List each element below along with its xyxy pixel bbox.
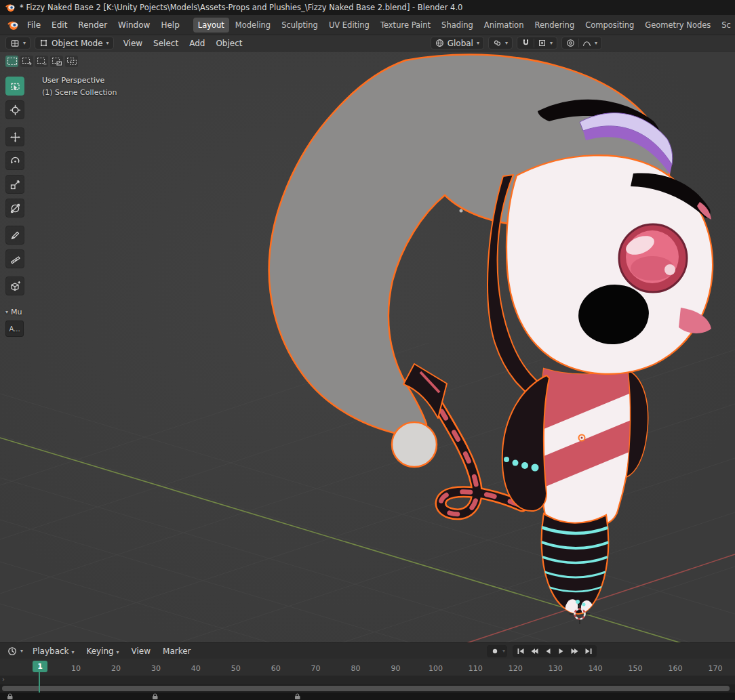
frame-tick: 120 [507, 664, 523, 673]
annotation-button[interactable]: A... [5, 321, 24, 337]
character-arm-left[interactable] [502, 375, 549, 511]
timeline-marker-menu[interactable]: Marker [158, 644, 195, 659]
viewport-menu[interactable]: Select [148, 36, 184, 51]
collapsed-panel-header[interactable]: ▾ Mu [5, 308, 24, 316]
viewport-canvas[interactable] [0, 52, 735, 642]
tool-measure[interactable] [5, 249, 24, 268]
select-mode-extend[interactable] [20, 56, 33, 67]
dashed-box-intersect-icon [66, 57, 77, 66]
workspace-tab[interactable]: Scripting [717, 18, 731, 33]
scene-collection-label: (1) Scene Collection [42, 87, 117, 99]
menubar-menu[interactable]: Window [113, 18, 155, 33]
editor-type-button[interactable]: ▾ [5, 37, 31, 49]
menubar-menu[interactable]: Render [73, 18, 113, 33]
tool-scale[interactable] [5, 175, 24, 194]
rotate-icon [9, 155, 21, 167]
marker-icon[interactable] [7, 693, 14, 700]
dashed-box-minus-icon [37, 57, 47, 66]
workspace-tab[interactable]: Compositing [580, 18, 639, 33]
frame-tick: 70 [308, 664, 324, 673]
timeline-ruler[interactable]: 1020304050607080901001101201301401501601… [0, 659, 735, 676]
play-reverse-button[interactable] [542, 646, 554, 657]
character-eye-pink [619, 224, 687, 292]
timeline-view-menu[interactable]: View [127, 644, 155, 659]
marker-icon[interactable] [294, 693, 301, 700]
character-pom-pom[interactable] [392, 422, 437, 467]
timeline-editor-type-button[interactable]: ▾ [5, 644, 25, 657]
select-mode-new[interactable] [5, 56, 18, 67]
auto-key-record-button[interactable] [489, 646, 501, 657]
workspace-tab[interactable]: Animation [479, 18, 529, 33]
frame-tick: 30 [148, 664, 164, 673]
current-frame-indicator[interactable]: 1 [33, 661, 47, 672]
falloff-curve-icon[interactable] [582, 39, 591, 47]
viewport-menu[interactable]: View [118, 36, 148, 51]
jump-to-start-button[interactable] [515, 646, 527, 657]
marker-icon[interactable] [152, 693, 159, 700]
chevron-down-icon: ▾ [595, 41, 597, 46]
viewport-menu[interactable]: Add [184, 36, 210, 51]
frame-tick: 60 [268, 664, 284, 673]
proportional-editing-icon[interactable] [566, 39, 575, 47]
menubar-menu[interactable]: Edit [46, 18, 73, 33]
timeline-scrollbar[interactable] [2, 686, 730, 691]
particle-dot [460, 209, 463, 213]
character-legs[interactable] [541, 514, 609, 617]
frame-tick: 10 [68, 664, 84, 673]
timeline-track[interactable]: › [0, 676, 735, 684]
tool-annotate[interactable] [5, 226, 24, 245]
pivot-link-icon [493, 39, 502, 47]
jump-to-end-button[interactable] [582, 646, 595, 657]
viewport-menu[interactable]: Object [210, 36, 247, 51]
view-perspective-label: User Perspective [42, 75, 117, 87]
workspace-tab[interactable]: UV Editing [324, 18, 374, 33]
blender-logo-icon[interactable] [7, 20, 19, 30]
viewport-3d[interactable]: User Perspective (1) Scene Collection ▾ … [0, 52, 735, 642]
workspace-tab[interactable]: Rendering [530, 18, 579, 33]
workspace-tab[interactable]: Geometry Nodes [640, 18, 715, 33]
tool-select-box[interactable] [5, 77, 24, 96]
transform-icon [9, 203, 21, 214]
select-mode-intersect[interactable] [65, 56, 78, 67]
tool-transform[interactable] [5, 199, 24, 218]
workspace-tab[interactable]: Texture Paint [376, 18, 435, 33]
menubar-menu[interactable]: File [22, 18, 46, 33]
character-arm-right[interactable] [627, 370, 648, 477]
workspace-tabs: LayoutModelingSculptingUV EditingTexture… [193, 18, 731, 33]
keying-menu[interactable]: Keying ▾ [81, 644, 123, 659]
frame-tick: 100 [427, 664, 443, 673]
playback-menu[interactable]: Playback ▾ [28, 644, 79, 659]
dashed-box-icon [7, 57, 18, 66]
keying-set-chevron-icon[interactable]: ▾ [502, 648, 505, 654]
tool-add-cube[interactable] [5, 276, 24, 295]
auto-key-group: ▾ [487, 645, 507, 657]
workspace-tab[interactable]: Sculpting [277, 18, 323, 33]
pivot-point-select[interactable]: ▾ [488, 37, 513, 49]
menubar-menu[interactable]: Help [155, 18, 184, 33]
play-button[interactable] [555, 646, 568, 657]
blender-window: * Fizzy Naked Base 2 [K:\Unity Pojects\M… [0, 0, 735, 700]
select-mode-subtract[interactable] [35, 56, 48, 67]
tool-rotate[interactable] [5, 151, 24, 170]
workspace-tab[interactable]: Layout [193, 18, 229, 33]
prev-keyframe-button[interactable] [528, 646, 540, 657]
orientation-select[interactable]: Global ▾ [431, 37, 484, 49]
jump-to-start-icon [517, 647, 525, 655]
snap-target-icon[interactable] [538, 39, 547, 47]
channel-expand-arrow[interactable]: › [2, 676, 5, 683]
mode-select[interactable]: Object Mode ▾ [35, 37, 114, 49]
tool-cursor[interactable] [5, 100, 24, 119]
select-mode-row [5, 56, 78, 67]
playback-buttons [513, 645, 597, 657]
snap-magnet-icon[interactable] [521, 39, 530, 47]
select-mode-invert[interactable] [50, 56, 63, 67]
playhead-line[interactable] [39, 672, 40, 693]
editor-3d-viewport-icon [10, 39, 20, 48]
workspace-tab[interactable]: Shading [437, 18, 478, 33]
workspace-tab[interactable]: Modeling [231, 18, 275, 33]
chevron-down-icon: ▾ [71, 649, 74, 655]
tool-move[interactable] [5, 127, 24, 146]
viewport-header: ▾ Object Mode ▾ ViewSelectAddObject Glob… [0, 35, 735, 52]
next-keyframe-button[interactable] [569, 646, 581, 657]
jump-to-end-icon [584, 647, 593, 655]
